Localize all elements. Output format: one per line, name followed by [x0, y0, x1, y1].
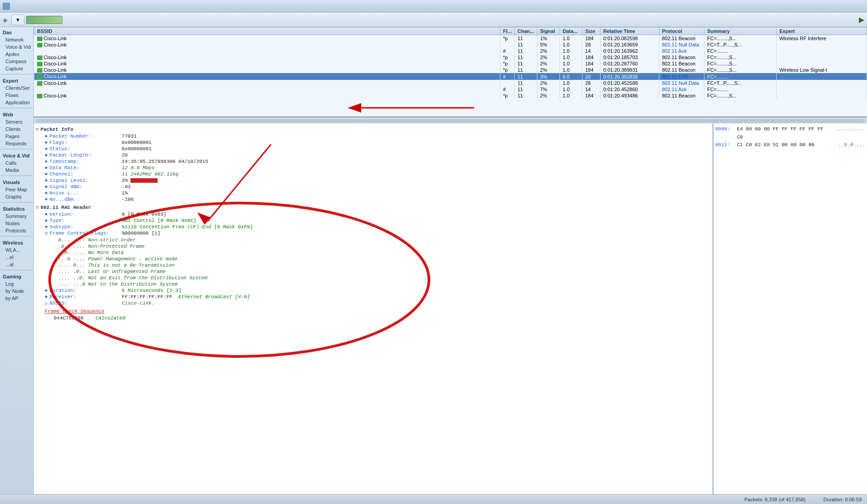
cell-expert [777, 86, 867, 92]
col-header-bssid[interactable]: BSSID [34, 28, 500, 35]
sidebar-item-by-ap[interactable]: by AP [0, 295, 33, 302]
table-row[interactable]: Cisco-Link*p112%1.01840:01:20.389831802.… [34, 67, 867, 73]
fcs-section[interactable]: Frame Check Sequence [36, 307, 711, 315]
bssid-text: Cisco-Link [44, 67, 67, 73]
col-header-data[interactable]: Data... [560, 28, 583, 35]
table-row[interactable]: Cisco-Link112%1.0280:01:20.452589802.11 … [34, 80, 867, 86]
bullet-noise-dbm: ● [45, 197, 48, 202]
toolbar-dropdown-btn[interactable]: ▼ [11, 14, 24, 25]
bssid-text: Cisco-Link [44, 74, 67, 79]
sidebar-item-summary[interactable]: Summary [0, 213, 33, 220]
bssid-text: Cisco-Link [44, 55, 67, 60]
cell-chan: 11 [515, 54, 537, 60]
sidebar-item-clients-ser[interactable]: Clients/Ser [0, 84, 33, 92]
sidebar-item-wireless-al[interactable]: ...al [0, 261, 33, 268]
value-noise-level: 1% [122, 190, 128, 196]
table-row[interactable]: Cisco-Link#113%6.0200:01:20.392839802.11… [34, 73, 867, 79]
sidebar-item-voice-vid[interactable]: Voice & Vid [0, 43, 33, 51]
sidebar-item-media[interactable]: Media [0, 166, 33, 174]
bullet-signal-level: ● [45, 178, 48, 183]
sidebar-item-flows[interactable]: Flows [0, 92, 33, 99]
sidebar-header-gaming: Gaming [0, 272, 33, 280]
flag-row-4: .... 0... This is not a Re-Transmission [36, 262, 711, 268]
bssid-icon [37, 37, 42, 41]
sidebar-item-log[interactable]: Log [0, 280, 33, 287]
cell-signal: 5% [537, 42, 560, 48]
col-header-expert[interactable]: Expert [777, 28, 867, 35]
sidebar-item-clients[interactable]: Clients [0, 125, 33, 133]
value-version: 0 [0 Mask 0x03] [122, 212, 167, 217]
table-row[interactable]: #117%1.0140:01:20.452860802.11 AckFC=...… [34, 86, 867, 92]
label-data-rate: Data Rate: [50, 165, 122, 171]
table-row[interactable]: Cisco-Link*p112%1.01840:01:20.185703802.… [34, 54, 867, 60]
sidebar-item-graphs[interactable]: Graphs [0, 193, 33, 200]
table-row[interactable]: Cisco-Link*p112%1.01840:01:20.493486802.… [34, 92, 867, 99]
detail-row-receiver: ● Receiver: FF:FF:FF:FF:FF:FF Ethernet B… [36, 294, 711, 300]
h-scroll-track[interactable] [36, 119, 865, 123]
sidebar-item-by-node[interactable]: by Node [0, 287, 33, 295]
sidebar-item-protocols[interactable]: Protocols [0, 227, 33, 234]
packet-info-section[interactable]: ▽ Packet Info [36, 125, 711, 133]
cell-bssid: Cisco-Link [34, 42, 500, 48]
bssid-text: Cisco-Link [44, 61, 67, 66]
packet-list-scrollbar[interactable] [34, 117, 867, 124]
hex-bytes-0: E4 00 00 00 FF FF FF FF FF FF C0 [737, 125, 832, 141]
packet-list[interactable]: BSSID Fl... Chan... Signal Data... Size … [34, 27, 867, 117]
sidebar-section-visuals: Visuals Peer Map Graphs [0, 177, 33, 201]
sidebar-item-application[interactable]: Application [0, 99, 33, 106]
sidebar-item-wireless-el[interactable]: ...el [0, 254, 33, 261]
fcs-label[interactable]: Frame Check Sequence [45, 309, 104, 314]
bssid-icon [37, 43, 42, 47]
cell-expert [777, 80, 867, 86]
sidebar-item-capture[interactable]: Capture [0, 65, 33, 72]
sidebar-item-requests[interactable]: Requests [0, 140, 33, 147]
sidebar-item-pages[interactable]: Pages [0, 133, 33, 140]
col-header-protocol[interactable]: Protocol [659, 28, 704, 35]
cell-signal: 2% [537, 48, 560, 54]
sidebar-item-network[interactable]: Network [0, 36, 33, 43]
label-signal-dbm: Signal dBm: [50, 184, 122, 190]
packet-count: Packets: 6,338 (of 417,858) [744, 497, 805, 502]
sidebar-item-peer-map[interactable]: Peer Map [0, 186, 33, 193]
label-duration: Duration: [50, 288, 122, 293]
label-receiver: Receiver: [50, 294, 122, 300]
fcs-value-row: 0x4C752086 Calculated [36, 315, 711, 321]
label-noise-level: Noise L... [50, 190, 122, 196]
bssid-text: Cisco-Link [44, 42, 67, 47]
bullet-data-rate: ● [45, 165, 48, 171]
table-row[interactable]: Cisco-Link*p112%1.01840:01:20.287760802.… [34, 60, 867, 67]
cell-chan: 11 [515, 42, 537, 48]
col-header-time[interactable]: Relative Time [601, 28, 659, 35]
col-header-signal[interactable]: Signal [537, 28, 560, 35]
sidebar-item-servers[interactable]: Servers [0, 118, 33, 125]
sidebar-item-apdex[interactable]: Apdex [0, 51, 33, 58]
sidebar: Das Network Voice & Vid Apdex Compass Ca… [0, 27, 34, 494]
table-row[interactable]: Cisco-Link*p111%1.01840:01:20.082598802.… [34, 35, 867, 42]
table-row[interactable]: Cisco-Link115%1.0280:01:20.163659802.11 … [34, 42, 867, 48]
cell-bssid: Cisco-Link [34, 80, 500, 86]
title-bar [0, 0, 867, 13]
col-header-chan[interactable]: Chan... [515, 28, 537, 35]
col-header-size[interactable]: Size [583, 28, 601, 35]
detail-row-signal-level: ● Signal Level: 3% [36, 177, 711, 184]
packet-detail-pane[interactable]: ▽ Packet Info ● Packet Number: 77031 ● F… [34, 124, 713, 494]
sidebar-item-calls[interactable]: Calls [0, 159, 33, 166]
mac-header-section[interactable]: ▽ 802.11 MAC Header [36, 203, 711, 211]
cell-protocol: 802.11 Ack [659, 86, 704, 92]
cell-protocol: 802.11 Beacon [659, 54, 704, 60]
col-header-summary[interactable]: Summary [704, 28, 777, 35]
label-noise-dbm: No...dBm: [50, 197, 122, 202]
cell-time: 0:01:20.163659 [601, 42, 659, 48]
bullet-status: ● [45, 146, 48, 152]
sidebar-item-compass[interactable]: Compass [0, 58, 33, 65]
sidebar-item-wla[interactable]: WLA... [0, 246, 33, 254]
play-icon[interactable]: ▶ [859, 15, 864, 24]
app-icon [3, 3, 10, 10]
cell-flags: *p [500, 67, 515, 73]
col-header-flags[interactable]: Fl... [500, 28, 515, 35]
hex-pane[interactable]: 0000: E4 00 00 00 FF FF FF FF FF FF C0 .… [713, 124, 867, 494]
cell-signal: 7% [537, 86, 560, 92]
table-row[interactable]: #112%1.0140:01:20.163962802.11 AckFC=...… [34, 48, 867, 54]
detail-row-signal-dbm: ● Signal dBm: -93 [36, 184, 711, 190]
sidebar-item-nodes[interactable]: Nodes [0, 220, 33, 227]
